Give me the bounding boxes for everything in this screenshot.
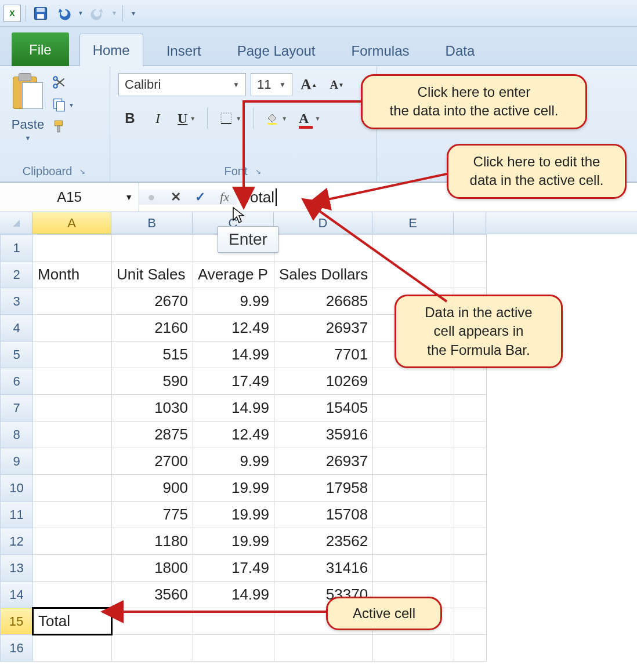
cell-C3[interactable]: 9.99 [193,288,274,315]
cell-B4[interactable]: 2160 [112,315,193,342]
name-box[interactable]: A15 ▼ [0,183,139,212]
tab-file[interactable]: File [12,32,69,66]
cut-button[interactable] [51,74,67,90]
tab-home[interactable]: Home [79,34,143,66]
cell-C5[interactable]: 14.99 [193,342,274,368]
cell-E12[interactable] [373,528,454,555]
cell-A1[interactable] [33,235,112,261]
cell-F6[interactable] [454,368,487,395]
col-header-D[interactable]: D [274,212,372,234]
cell-D13[interactable]: 31416 [274,555,373,582]
fill-color-button[interactable]: ▼ [262,107,291,130]
tab-page-layout[interactable]: Page Layout [225,35,328,66]
col-header-B[interactable]: B [111,212,193,234]
cell-B8[interactable]: 2875 [112,422,193,448]
row-header-6[interactable]: 6 [1,368,33,395]
cell-D6[interactable]: 10269 [274,368,373,395]
cell-F10[interactable] [454,475,487,502]
cell-A12[interactable] [33,528,112,555]
cell-A16[interactable] [33,635,112,662]
cell-B16[interactable] [112,635,193,662]
cell-E9[interactable] [373,448,454,475]
cell-B13[interactable]: 1800 [112,555,193,582]
cell-B15[interactable] [112,608,193,635]
row-header-11[interactable]: 11 [1,502,33,528]
cell-E7[interactable] [373,395,454,422]
row-header-14[interactable]: 14 [1,582,33,608]
row-header-16[interactable]: 16 [1,635,33,662]
row-header-7[interactable]: 7 [1,395,33,422]
cell-D2[interactable]: Sales Dollars [274,261,373,288]
underline-button[interactable]: U▼ [174,107,199,130]
tab-formulas[interactable]: Formulas [339,35,422,66]
font-dialog-launcher[interactable]: ↘ [254,167,263,176]
cell-F11[interactable] [454,502,487,528]
cell-D10[interactable]: 17958 [274,475,373,502]
row-header-1[interactable]: 1 [1,235,33,261]
cell-F9[interactable] [454,448,487,475]
cell-E6[interactable] [373,368,454,395]
cell-B6[interactable]: 590 [112,368,193,395]
cell-C2[interactable]: Average P [193,261,274,288]
cell-F7[interactable] [454,395,487,422]
cell-E10[interactable] [373,475,454,502]
col-header-A[interactable]: A [32,212,111,234]
cell-A3[interactable] [33,288,112,315]
cell-E11[interactable] [373,502,454,528]
excel-app-icon[interactable]: X [3,5,21,22]
cell-A6[interactable] [33,368,112,395]
cell-A13[interactable] [33,555,112,582]
tab-data[interactable]: Data [433,35,488,66]
redo-button[interactable] [88,3,107,23]
insert-function-button[interactable]: fx [212,190,237,205]
cell-F13[interactable] [454,555,487,582]
cell-D16[interactable] [274,635,373,662]
copy-dropdown[interactable]: ▼ [68,102,74,108]
cell-C9[interactable]: 9.99 [193,448,274,475]
cancel-entry-button[interactable]: ✕ [164,190,188,205]
increase-font-button[interactable]: A▲ [297,73,321,96]
row-header-4[interactable]: 4 [1,315,33,342]
cell-B12[interactable]: 1180 [112,528,193,555]
cell-F16[interactable] [454,635,487,662]
cell-C14[interactable]: 14.99 [193,582,274,608]
cell-B1[interactable] [112,235,193,261]
cell-A15[interactable]: Total [33,608,112,635]
cell-C7[interactable]: 14.99 [193,395,274,422]
italic-button[interactable]: I [146,107,169,130]
cell-F2[interactable] [454,261,487,288]
cell-F15[interactable] [454,608,487,635]
cell-E16[interactable] [373,635,454,662]
cell-A14[interactable] [33,582,112,608]
cell-F8[interactable] [454,422,487,448]
cell-C12[interactable]: 19.99 [193,528,274,555]
row-header-15[interactable]: 15 [1,608,33,635]
cell-E2[interactable] [373,261,454,288]
cell-A10[interactable] [33,475,112,502]
cell-C13[interactable]: 17.49 [193,555,274,582]
undo-button[interactable] [54,3,74,23]
cell-B2[interactable]: Unit Sales [112,261,193,288]
cell-F1[interactable] [454,235,487,261]
name-box-dropdown[interactable]: ▼ [125,192,133,202]
copy-button[interactable]: ▼ [51,96,67,112]
font-color-button[interactable]: A ▼ [295,107,324,130]
row-header-12[interactable]: 12 [1,528,33,555]
cell-C4[interactable]: 12.49 [193,315,274,342]
bold-button[interactable]: B [118,107,142,130]
row-header-9[interactable]: 9 [1,448,33,475]
undo-dropdown[interactable]: ▼ [77,10,84,16]
cell-B7[interactable]: 1030 [112,395,193,422]
col-header-F[interactable] [454,212,486,234]
cell-D8[interactable]: 35916 [274,422,373,448]
cell-C8[interactable]: 12.49 [193,422,274,448]
qat-customize-dropdown[interactable]: ▾ [128,9,139,17]
cell-E13[interactable] [373,555,454,582]
cell-D7[interactable]: 15405 [274,395,373,422]
cell-D12[interactable]: 23562 [274,528,373,555]
cell-C16[interactable] [193,635,274,662]
row-header-10[interactable]: 10 [1,475,33,502]
cell-D3[interactable]: 26685 [274,288,373,315]
redo-dropdown[interactable]: ▼ [111,10,118,16]
cell-C11[interactable]: 19.99 [193,502,274,528]
